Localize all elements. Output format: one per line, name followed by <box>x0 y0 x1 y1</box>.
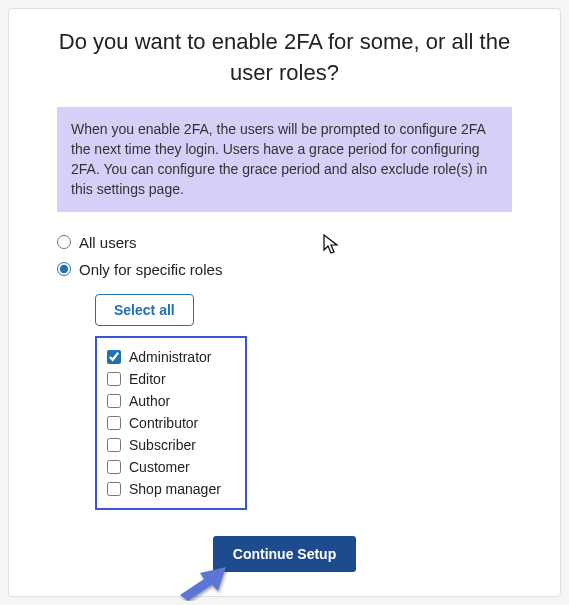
scope-radio-group: All users Only for specific roles <box>57 234 532 278</box>
role-checkbox[interactable] <box>107 350 121 364</box>
role-row[interactable]: Administrator <box>107 346 235 368</box>
radio-specific-roles-input[interactable] <box>57 262 71 276</box>
role-label: Editor <box>129 371 166 387</box>
radio-specific-roles[interactable]: Only for specific roles <box>57 261 532 278</box>
setup-card: Do you want to enable 2FA for some, or a… <box>8 8 561 597</box>
info-box: When you enable 2FA, the users will be p… <box>57 107 512 212</box>
role-checkbox[interactable] <box>107 438 121 452</box>
role-checkbox[interactable] <box>107 372 121 386</box>
roles-list: AdministratorEditorAuthorContributorSubs… <box>95 336 247 510</box>
continue-setup-button[interactable]: Continue Setup <box>213 536 356 572</box>
page-title: Do you want to enable 2FA for some, or a… <box>37 27 532 89</box>
role-label: Contributor <box>129 415 198 431</box>
role-label: Administrator <box>129 349 211 365</box>
role-checkbox[interactable] <box>107 482 121 496</box>
role-row[interactable]: Subscriber <box>107 434 235 456</box>
role-label: Subscriber <box>129 437 196 453</box>
role-row[interactable]: Contributor <box>107 412 235 434</box>
radio-all-users[interactable]: All users <box>57 234 532 251</box>
role-checkbox[interactable] <box>107 460 121 474</box>
role-label: Author <box>129 393 170 409</box>
role-row[interactable]: Editor <box>107 368 235 390</box>
role-label: Shop manager <box>129 481 221 497</box>
role-row[interactable]: Customer <box>107 456 235 478</box>
role-label: Customer <box>129 459 190 475</box>
role-checkbox[interactable] <box>107 416 121 430</box>
radio-all-users-label: All users <box>79 234 137 251</box>
role-checkbox[interactable] <box>107 394 121 408</box>
role-row[interactable]: Shop manager <box>107 478 235 500</box>
radio-specific-roles-label: Only for specific roles <box>79 261 222 278</box>
radio-all-users-input[interactable] <box>57 235 71 249</box>
select-all-button[interactable]: Select all <box>95 294 194 326</box>
role-row[interactable]: Author <box>107 390 235 412</box>
